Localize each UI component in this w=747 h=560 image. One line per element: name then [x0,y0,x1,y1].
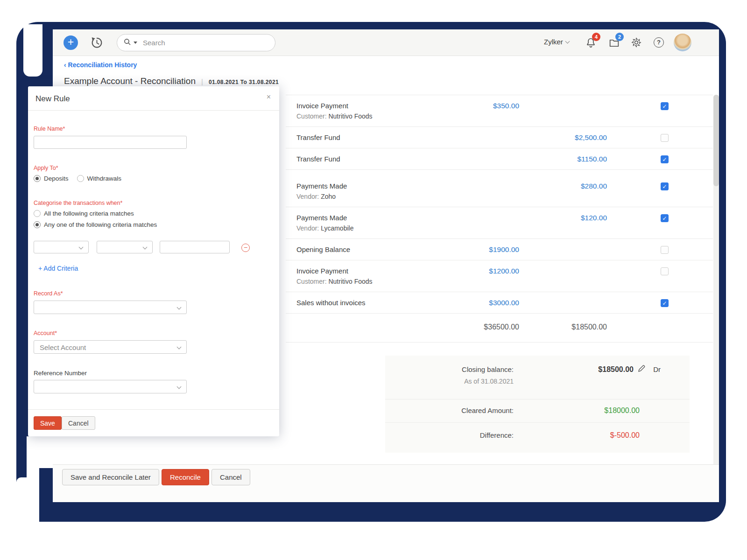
breadcrumb[interactable]: ‹ Reconciliation History [64,61,137,69]
frame-notch [23,24,42,77]
categorise-radio-group: All the following criteria matchesAny on… [34,210,157,228]
table-row: Payments MadeVendor: Lycamobile$120.00✓ [286,207,713,239]
table-row: Sales without invoices$3000.00✓ [286,292,713,314]
action-footer: Save and Reconcile Later Reconcile Cance… [53,464,719,502]
radio-label: Any one of the following criteria matche… [44,221,157,228]
chevron-down-icon [143,245,148,250]
apply-to-radio-group: DepositsWithdrawals [34,175,121,182]
table-row: Transfer Fund$2,500.00 [286,127,713,148]
table-row: Opening Balance$1900.00 [286,239,713,260]
modal-cancel-button[interactable]: Cancel [62,416,95,430]
transaction-checkbox[interactable]: ✓ [661,102,669,110]
transaction-checkbox[interactable] [661,134,669,142]
quick-create-button[interactable]: + [63,35,78,50]
rule-name-input[interactable] [34,136,187,149]
radio-icon[interactable] [77,175,84,182]
close-icon[interactable]: × [267,93,271,101]
closing-balance-amount: $18500.00 [598,365,634,374]
frame-notch [27,468,39,522]
cancel-button[interactable]: Cancel [211,469,250,485]
radio-icon[interactable] [34,175,41,182]
difference-value: $-500.00 [610,431,640,440]
org-switcher[interactable]: Zylker [544,38,569,46]
remove-criteria-icon[interactable]: − [241,244,250,252]
chevron-down-icon [177,385,182,389]
help-icon[interactable]: ? [654,37,664,48]
total-amount-col2: $18500.00 [571,323,607,331]
transaction-amount: $1150.00 [578,155,607,163]
account-placeholder: Select Account [40,343,86,351]
criteria-value-input[interactable] [160,241,230,253]
add-criteria-link[interactable]: + Add Criteria [38,265,78,272]
transaction-type: Payments Made [296,182,713,190]
table-row: Transfer Fund$1150.00✓ [286,148,713,170]
back-chevron-icon: ‹ [64,61,66,69]
save-button[interactable]: Save [34,416,62,430]
reference-number-label: Reference Number [34,370,87,377]
transaction-amount: $120.00 [581,214,607,222]
totals-row: $36500.00 $18500.00 [286,314,713,343]
closing-balance-label: Closing balance: [462,365,514,373]
user-avatar[interactable] [674,34,691,51]
edit-pencil-icon[interactable] [637,364,646,375]
closing-balance-asof: As of 31.08.2021 [464,378,514,385]
radio-icon[interactable] [34,221,41,228]
folder-count-badge: 2 [615,33,624,41]
new-rule-modal: New Rule × Rule Name* Apply To* Deposits… [28,86,279,436]
transaction-contact: Customer: Nutritivo Foods [296,278,713,285]
scrollbar-thumb[interactable] [713,95,719,186]
transaction-checkbox[interactable]: ✓ [661,214,669,222]
difference-row: Difference: $-500.00 [385,423,690,452]
radio-label: Deposits [44,175,69,182]
modal-title: New Rule [35,94,70,104]
cleared-amount-row: Cleared Amount: $18000.00 [385,399,690,423]
scrollbar-track[interactable] [713,95,719,496]
table-row: Payments MadeVendor: Zoho$280.00✓ [286,175,713,207]
frame-notch [27,436,53,468]
page-title: Example Account - Reconciliation [64,76,196,86]
transaction-checkbox[interactable]: ✓ [661,182,669,190]
total-amount-col1: $36500.00 [484,323,519,331]
search-placeholder: Search [143,39,165,47]
transaction-amount: $2,500.00 [575,133,607,142]
radio-label: All the following criteria matches [44,210,134,217]
settings-gear-icon[interactable] [631,37,642,50]
reconciliation-summary: Closing balance: As of 31.08.2021 $18500… [385,356,690,453]
notification-count-badge: 4 [592,33,600,41]
transaction-checkbox[interactable] [661,246,669,254]
transaction-checkbox[interactable] [661,267,669,275]
cleared-amount-label: Cleared Amount: [461,406,514,414]
dr-cr-indicator: Dr [653,365,661,373]
cleared-amount-value: $18000.00 [604,406,640,415]
search-scope-dropdown-icon[interactable] [134,42,137,44]
criteria-field-select[interactable] [34,241,89,253]
title-divider: | [201,77,203,85]
rule-name-label: Rule Name* [34,126,65,132]
search-input[interactable]: Search [117,34,275,51]
table-row: Invoice PaymentCustomer: Nutritivo Foods… [286,95,713,127]
transaction-amount: $280.00 [581,182,607,190]
record-as-select[interactable] [34,301,187,314]
criteria-comparator-select[interactable] [97,241,153,253]
radio-icon[interactable] [34,210,41,217]
radio-option[interactable]: All the following criteria matches [34,210,157,217]
chevron-down-icon [79,245,84,250]
radio-option[interactable]: Any one of the following criteria matche… [34,221,157,228]
difference-label: Difference: [480,431,514,439]
transaction-checkbox[interactable]: ✓ [661,155,669,163]
recent-history-icon[interactable] [90,36,104,51]
transaction-amount: $1900.00 [489,245,519,254]
save-and-reconcile-later-button[interactable]: Save and Reconcile Later [62,469,159,485]
apply-to-label: Apply To* [34,165,58,171]
radio-option[interactable]: Withdrawals [77,175,122,182]
topbar: + Search Zylker 4 2 ? [53,29,719,56]
account-label: Account* [34,330,57,336]
transaction-amount: $350.00 [493,102,519,110]
transaction-amount: $3000.00 [489,299,519,307]
account-select[interactable]: Select Account [34,340,187,354]
reconcile-button[interactable]: Reconcile [162,469,209,485]
transaction-checkbox[interactable]: ✓ [661,299,669,307]
radio-option[interactable]: Deposits [34,175,69,182]
table-row: Invoice PaymentCustomer: Nutritivo Foods… [286,260,713,292]
reference-number-select[interactable] [34,380,187,393]
